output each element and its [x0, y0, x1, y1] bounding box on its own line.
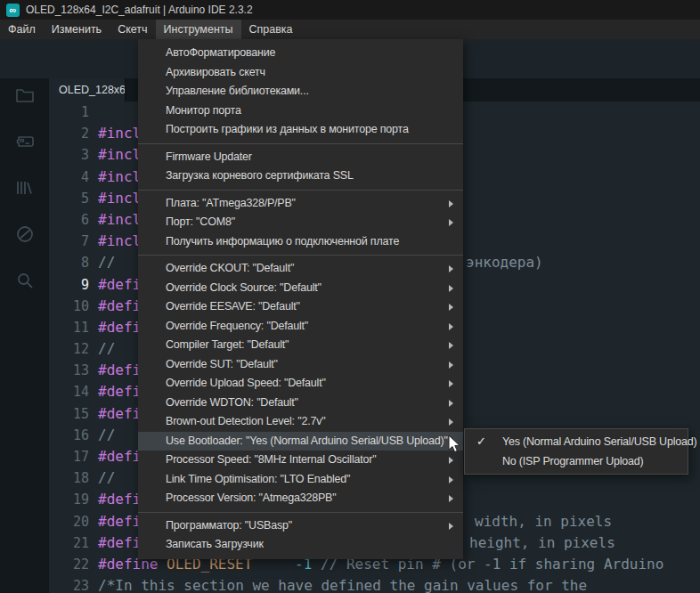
submenu-arrow-icon: [449, 523, 453, 530]
tools-menu-item[interactable]: АвтоФорматирование: [138, 44, 463, 63]
submenu-arrow-icon: [449, 323, 453, 330]
bootloader-option[interactable]: No (ISP Programmer Upload): [465, 451, 688, 471]
tools-menu-item[interactable]: Override Frequency: "Default": [138, 317, 463, 337]
menubar-item-Изменить[interactable]: Изменить: [44, 20, 110, 39]
tools-menu-item[interactable]: Записать Загрузчик: [138, 535, 463, 555]
menu-separator: [138, 190, 463, 191]
circle-slash-icon: [14, 223, 36, 245]
line-number: 13: [49, 360, 89, 381]
submenu-arrow-icon: [449, 285, 453, 292]
code-token: энкодера): [466, 252, 543, 273]
sidebar-item-debugger[interactable]: [14, 223, 36, 245]
line-number: 2: [49, 123, 89, 144]
tools-menu-item[interactable]: Получить информацию о подключенной плате: [138, 232, 463, 252]
submenu-arrow-icon: [449, 400, 453, 407]
line-number: 8: [49, 252, 89, 273]
board-icon: [14, 131, 36, 152]
tools-menu-item[interactable]: Processor Version: "Atmega328PB": [138, 489, 463, 508]
sidebar-item-search[interactable]: [14, 270, 36, 291]
line-number: 6: [49, 209, 89, 231]
activity-sidebar: [0, 78, 49, 593]
submenu-arrow-icon: [449, 219, 453, 226]
submenu-arrow-icon: [449, 361, 453, 369]
tools-menu-item[interactable]: Построить графики из данных в мониторе п…: [138, 120, 463, 140]
tools-menu-item[interactable]: Монитор порта: [138, 102, 463, 121]
line-number: 16: [49, 425, 89, 446]
editor-line[interactable]: 23/*In this section we have defined the …: [49, 575, 700, 593]
line-number: 1: [49, 102, 89, 123]
folder-icon: [14, 85, 36, 106]
books-icon: [14, 177, 36, 199]
tools-menu-item[interactable]: Override EESAVE: "Default": [138, 297, 463, 317]
arduino-ide-window: ∞ OLED_128x64_I2C_adafruit | Arduino IDE…: [0, 0, 700, 593]
arduino-logo-icon: ∞: [6, 4, 20, 17]
tools-menu-item[interactable]: Программатор: "USBasp": [138, 516, 463, 536]
line-number: 18: [49, 467, 89, 489]
tab-sketch[interactable]: OLED_128x64_I: [49, 78, 126, 102]
menubar-item-Инструменты[interactable]: Инструменты: [156, 20, 241, 39]
line-code: /*In this section we have defined the ga…: [98, 575, 700, 593]
search-icon: [14, 270, 36, 291]
tools-menu-item[interactable]: Brown-out Detection Level: "2.7v": [138, 412, 463, 432]
line-number: 20: [49, 511, 89, 532]
menu-separator: [138, 255, 463, 256]
tools-menu-item[interactable]: Загрузка корневого сертификата SSL: [138, 167, 463, 186]
tools-menu-item[interactable]: Override SUT: "Default": [138, 355, 463, 375]
arrow-cursor-icon: [448, 435, 462, 454]
line-number: 7: [49, 231, 89, 252]
code-token: width, in pixels: [475, 511, 612, 532]
line-number: 17: [49, 446, 89, 467]
sidebar-item-boards-manager[interactable]: [14, 131, 36, 152]
submenu-arrow-icon: [449, 418, 453, 426]
tools-menu-item[interactable]: Плата: "ATmega328/P/PB": [138, 194, 463, 214]
window-title: OLED_128x64_I2C_adafruit | Arduino IDE 2…: [26, 4, 253, 16]
line-number: 9: [49, 274, 89, 296]
tools-menu-item[interactable]: Use Bootloader: "Yes (Normal Arduino Ser…: [138, 432, 463, 451]
submenu-arrow-icon: [449, 265, 453, 272]
line-number: 23: [49, 575, 89, 593]
tools-menu-item[interactable]: Override Upload Speed: "Default": [138, 374, 463, 394]
menubar-item-Скетч[interactable]: Скетч: [110, 20, 155, 39]
submenu-arrow-icon: [449, 304, 453, 311]
tools-menu-item[interactable]: Override WDTON: "Default": [138, 394, 463, 413]
tools-menu-item[interactable]: Порт: "COM8": [138, 213, 463, 232]
code-token: //: [98, 338, 115, 360]
line-number: 19: [49, 489, 89, 510]
submenu-arrow-icon: [449, 495, 453, 502]
tools-menu-item[interactable]: Link Time Optimisation: "LTO Enabled": [138, 470, 463, 490]
line-number: 14: [49, 381, 89, 402]
tools-menu: АвтоФорматированиеАрхивировать скетчУпра…: [138, 39, 463, 559]
title-bar: ∞ OLED_128x64_I2C_adafruit | Arduino IDE…: [0, 0, 700, 20]
menubar-item-Файл[interactable]: Файл: [0, 20, 44, 39]
code-token: /*In this section we have defined the ga…: [98, 575, 587, 593]
line-number: 12: [49, 338, 89, 360]
line-number: 3: [49, 144, 89, 166]
tools-menu-item[interactable]: Compiler Target: "Default": [138, 336, 463, 355]
tools-menu-item[interactable]: Firmware Updater: [138, 148, 463, 167]
tools-menu-item[interactable]: Архивировать скетч: [138, 63, 463, 83]
code-token: //: [98, 252, 115, 273]
tools-menu-item[interactable]: Processor Speed: "8MHz Internal Oscillat…: [138, 451, 463, 470]
line-number: 15: [49, 403, 89, 425]
tools-menu-item[interactable]: Override Clock Source: "Default": [138, 279, 463, 298]
code-token: height, in pixels: [469, 532, 615, 554]
line-number: 11: [49, 317, 89, 338]
tools-menu-item[interactable]: Override CKOUT: "Default": [138, 259, 463, 279]
submenu-arrow-icon: [449, 342, 453, 349]
code-token: //: [98, 425, 115, 446]
tools-menu-item[interactable]: Управление библиотеками...: [138, 82, 463, 102]
submenu-arrow-icon: [449, 200, 453, 207]
menu-separator: [138, 143, 463, 144]
bootloader-submenu: Yes (Normal Arduino Serial/USB Upload)✓N…: [464, 428, 688, 475]
code-token: //: [98, 467, 115, 489]
submenu-arrow-icon: [449, 380, 453, 387]
menu-separator: [138, 512, 463, 513]
line-number: 5: [49, 188, 89, 209]
menu-bar: ФайлИзменитьСкетчИнструментыСправка: [0, 20, 700, 39]
menubar-item-Справка[interactable]: Справка: [241, 20, 301, 39]
mouse-cursor: [448, 435, 462, 454]
checkmark-icon: ✓: [476, 432, 486, 451]
sidebar-item-sketchbook[interactable]: [14, 85, 36, 106]
sidebar-item-library-manager[interactable]: [14, 177, 36, 199]
bootloader-option[interactable]: Yes (Normal Arduino Serial/USB Upload)✓: [465, 432, 688, 451]
